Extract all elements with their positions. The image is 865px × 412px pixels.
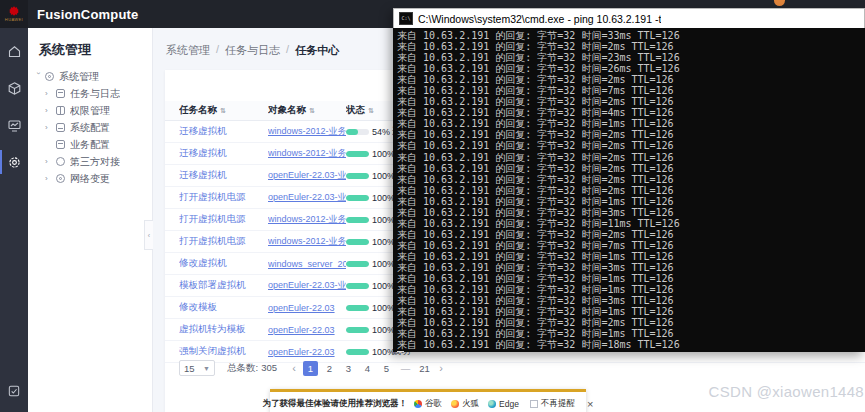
task-name-link[interactable]: 模板部署虚拟机 (179, 279, 268, 292)
page-number[interactable]: 2 (322, 361, 337, 376)
tree-chevron-icon[interactable]: › (45, 157, 54, 166)
task-name-link[interactable]: 迁移虚拟机 (179, 147, 268, 160)
rail-item-monitoring[interactable] (0, 110, 28, 140)
tree-chevron-icon[interactable]: › (45, 106, 54, 115)
gear-icon (7, 155, 22, 170)
rail-item-resources[interactable] (0, 73, 28, 103)
object-name-link[interactable]: windows_server_2012_r2_s (268, 259, 346, 269)
tree-chevron-icon[interactable]: › (45, 174, 54, 183)
prev-page-icon[interactable]: ‹ (287, 362, 301, 374)
browser-option-firefox[interactable]: 火狐 (451, 398, 479, 410)
object-name-link[interactable]: openEuler-22.03 (268, 347, 346, 357)
task-name-link[interactable]: 修改虚拟机 (179, 257, 268, 270)
tree-item-label: 权限管理 (70, 104, 110, 118)
object-name-link[interactable]: windows-2012-业务测试1 (268, 235, 346, 248)
task-name-link[interactable]: 迁移虚拟机 (179, 169, 268, 182)
task-name-link[interactable]: 修改模板 (179, 301, 268, 314)
task-name-link[interactable]: 强制关闭虚拟机 (179, 345, 268, 358)
progress-bar (346, 217, 369, 223)
ping-reply-line: 来自 10.63.2.191 的回复: 字节=32 时间=18ms TTL=12… (397, 339, 865, 350)
rail-item-system[interactable] (0, 147, 28, 177)
task-name-link[interactable]: 打开虚拟机电源 (179, 235, 268, 248)
sort-icon[interactable]: ⇅ (309, 107, 315, 115)
hexagon-icon (56, 157, 65, 166)
cmd-titlebar[interactable]: C:\ C:\Windows\system32\cmd.exe - ping 1… (393, 8, 865, 28)
task-name-link[interactable]: 打开虚拟机电源 (179, 191, 268, 204)
browser-option-label: Edge (499, 399, 519, 409)
rail-item-home[interactable] (0, 36, 28, 66)
dismiss-label: 不再提醒 (541, 398, 575, 410)
progress-bar (346, 305, 369, 311)
rail-item-tasks[interactable] (0, 376, 28, 406)
ping-reply-line: 来自 10.63.2.191 的回复: 字节=32 时间=2ms TTL=126 (397, 129, 865, 140)
page-number[interactable]: 4 (360, 361, 375, 376)
tree-chevron-icon[interactable]: › (45, 89, 54, 98)
column-header[interactable]: 任务名称⇅ (179, 104, 268, 117)
tree-item-system-config[interactable]: ›系统配置 (28, 119, 152, 136)
browser-option-chrome[interactable]: 谷歌 (414, 398, 442, 410)
browser-option-edge[interactable]: Edge (488, 398, 519, 410)
status-cell: 100% (346, 171, 392, 181)
task-name-link[interactable]: 打开虚拟机电源 (179, 213, 268, 226)
sidebar-collapse-handle[interactable]: ‹ (144, 220, 153, 250)
page-size-select[interactable]: 15 ▼ (179, 360, 215, 376)
tree-item-network-change[interactable]: ›网络变更 (28, 170, 152, 187)
tree-item-business-config[interactable]: 业务配置 (28, 136, 152, 153)
column-header[interactable]: 对象名称⇅ (268, 104, 346, 117)
browser-option-label: 谷歌 (425, 398, 442, 410)
cmd-cursor (397, 351, 404, 352)
watermark: CSDN @xiaowen1448 (709, 383, 864, 400)
tree-item-system-management[interactable]: ›系统管理 (28, 68, 152, 85)
document-icon (56, 89, 65, 98)
breadcrumb-item[interactable]: 系统管理 (166, 43, 210, 58)
object-name-link[interactable]: openEuler-22.03 (268, 303, 346, 313)
ping-reply-line: 来自 10.63.2.191 的回复: 字节=32 时间=7ms TTL=126 (397, 85, 865, 96)
tree-item-permission-management[interactable]: ›权限管理 (28, 102, 152, 119)
user-avatar[interactable] (774, 0, 785, 6)
progress-bar-fill (346, 217, 369, 223)
sort-icon[interactable]: ⇅ (368, 107, 374, 115)
dismiss-checkbox[interactable] (530, 400, 538, 408)
chevron-down-icon: ▼ (203, 365, 210, 372)
checklist-icon (7, 384, 21, 398)
ping-reply-line: 来自 10.63.2.191 的回复: 字节=32 时间=2ms TTL=126 (397, 185, 865, 196)
circle-icon (56, 174, 65, 183)
page-number[interactable]: 1 (303, 361, 318, 376)
pagination: 15 ▼ 总条数: 305 ‹ 12345—21 › (179, 360, 448, 376)
next-page-icon[interactable]: › (434, 362, 448, 374)
ping-reply-line: 来自 10.63.2.191 的回复: 字节=32 时间=2ms TTL=126 (397, 163, 865, 174)
object-name-link[interactable]: openEuler-22.03-业务测试 (268, 279, 346, 292)
tree-item-tasks-and-logs[interactable]: ›任务与日志 (28, 85, 152, 102)
sort-icon[interactable]: ⇅ (220, 107, 226, 115)
object-name-link[interactable]: openEuler-22.03-业务测试 (268, 191, 346, 204)
progress-bar-fill (346, 261, 369, 267)
object-name-link[interactable]: windows-2012-业务测试2 (268, 213, 346, 226)
task-name-link[interactable]: 虚拟机转为模板 (179, 323, 268, 336)
task-name-link[interactable]: 迁移虚拟机 (179, 125, 268, 138)
progress-percent: 54% (372, 127, 390, 137)
column-header[interactable]: 状态⇅ (346, 104, 392, 117)
monitor-icon (56, 123, 65, 132)
page-number[interactable]: 5 (379, 361, 394, 376)
tree-item-third-party[interactable]: ›第三方对接 (28, 153, 152, 170)
ping-reply-line: 来自 10.63.2.191 的回复: 字节=32 时间=26ms TTL=12… (397, 63, 865, 74)
dismiss-checkbox-group[interactable]: 不再提醒 (530, 398, 575, 410)
tree-chevron-icon[interactable]: › (34, 72, 43, 81)
object-name-link[interactable]: windows-2012-业务测试1 (268, 125, 346, 138)
status-cell: 100% (346, 237, 392, 247)
status-cell: 54% (346, 127, 392, 137)
breadcrumb-item[interactable]: 任务与日志 (225, 43, 280, 58)
browser-option-label: 火狐 (462, 398, 479, 410)
home-icon (7, 44, 22, 59)
huawei-logo: HUAWEI (0, 0, 28, 28)
object-name-link[interactable]: windows-2012-业务测试2 (268, 147, 346, 160)
object-name-link[interactable]: openEuler-22.03 (268, 325, 346, 335)
object-name-link[interactable]: openEuler-22.03-业务测试 (268, 169, 346, 182)
status-cell: 100% (346, 215, 392, 225)
page-number[interactable]: 21 (417, 361, 432, 376)
cmd-window[interactable]: C:\ C:\Windows\system32\cmd.exe - ping 1… (393, 8, 865, 352)
page-number[interactable]: 3 (341, 361, 356, 376)
close-icon[interactable]: × (587, 398, 593, 410)
tree-chevron-icon[interactable]: › (45, 123, 54, 132)
ping-reply-line: 来自 10.63.2.191 的回复: 字节=32 时间=4ms TTL=126 (397, 107, 865, 118)
